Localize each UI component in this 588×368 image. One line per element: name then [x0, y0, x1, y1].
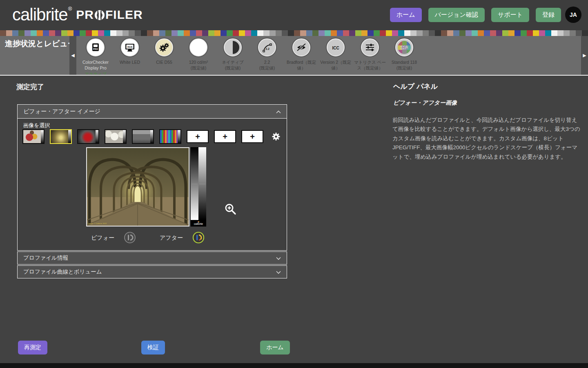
bottom-bar	[0, 363, 588, 368]
color-patch	[325, 30, 331, 36]
profile-info-section[interactable]: プロファイル情報	[17, 251, 287, 265]
calibrite-profiler-logo: calibrite ® PR FILER	[12, 5, 143, 25]
colorchecker-strip	[0, 30, 588, 36]
color-patch	[416, 30, 423, 36]
progress-step-2[interactable]: RGBWhite LED	[113, 38, 147, 75]
thumb-archway[interactable]	[50, 129, 72, 144]
rgb-monitor-icon: RGB	[121, 38, 139, 56]
color-patch	[410, 30, 416, 36]
add-custom-image-button[interactable]: +	[214, 130, 236, 143]
color-patch	[18, 30, 24, 36]
color-patch	[61, 30, 67, 36]
progress-step-5[interactable]: ネイティブ (既定値)	[216, 38, 250, 75]
gamma-curve-icon: 2.2	[258, 38, 276, 56]
add-custom-image-button[interactable]: +	[241, 130, 263, 143]
white-circle-icon	[189, 38, 207, 56]
color-patch	[570, 30, 576, 36]
color-patch	[423, 30, 429, 36]
step-label: ColorChecker Display Pro	[78, 59, 113, 71]
color-patch	[196, 30, 202, 36]
chevron-up-icon	[276, 108, 281, 115]
before-after-panel-header[interactable]: ビフォー・アフター イメージ	[18, 105, 287, 119]
color-patch	[43, 30, 49, 36]
color-patch	[153, 30, 159, 36]
settings-gear-icon[interactable]	[271, 132, 281, 141]
calibrite-o-icon	[94, 9, 105, 20]
validate-button[interactable]: 検証	[141, 341, 165, 355]
color-patch	[233, 30, 239, 36]
step-label: Version 2（既定値）	[318, 59, 353, 71]
color-patch	[24, 30, 31, 36]
color-patch	[110, 30, 116, 36]
thumb-bw-landscape[interactable]	[132, 129, 154, 144]
home-nav-button[interactable]: ホーム	[390, 8, 422, 22]
color-patch	[116, 30, 122, 36]
color-patch	[478, 30, 484, 36]
thumb-red-flower[interactable]	[77, 129, 99, 144]
color-patch	[312, 30, 318, 36]
chevron-down-icon	[276, 254, 281, 262]
color-patch	[441, 30, 447, 36]
progress-step-3[interactable]: CIE D55	[147, 38, 181, 75]
progress-step-9[interactable]: マトリクス ベース（既定値）	[353, 38, 387, 75]
zoom-in-icon[interactable]	[224, 203, 236, 217]
progress-step-10[interactable]: 118Standard 118 (既定値)	[387, 38, 421, 75]
color-patch	[306, 30, 312, 36]
thumb-eggs[interactable]	[105, 129, 127, 144]
profile-curves-section[interactable]: プロファイル曲線とボリューム	[17, 265, 287, 278]
color-patch	[398, 30, 404, 36]
svg-text:118: 118	[401, 45, 408, 50]
before-toggle[interactable]	[124, 231, 136, 244]
scroll-right-arrow[interactable]: ▶	[581, 36, 588, 75]
color-patch	[466, 30, 472, 36]
scroll-left-arrow[interactable]: ◀	[69, 36, 76, 75]
thumb-portrait-people[interactable]	[22, 129, 45, 144]
half-moon-icon	[224, 38, 242, 56]
color-patch	[582, 30, 588, 36]
watermark-text: calibrite	[194, 223, 203, 226]
color-patch	[55, 30, 61, 36]
user-avatar[interactable]: JA	[565, 7, 581, 23]
divider-line	[0, 75, 588, 76]
color-patch	[392, 30, 398, 36]
eye-slash-icon	[292, 38, 310, 56]
add-custom-image-button[interactable]: +	[187, 130, 209, 143]
color-patch	[172, 30, 178, 36]
color-patch	[484, 30, 490, 36]
logo-calibrite-text: calibrite	[12, 5, 68, 25]
color-patch	[508, 30, 514, 36]
progress-step-4[interactable]: 120 cd/m² (既定値)	[181, 38, 216, 75]
color-patch	[220, 30, 227, 36]
remeasure-button[interactable]: 再測定	[18, 341, 47, 355]
after-toggle[interactable]	[192, 231, 205, 244]
color-patch	[80, 30, 86, 36]
thumb-color-stripes[interactable]	[159, 129, 181, 144]
color-patch	[349, 30, 355, 36]
grayscale-bars: calibrite	[191, 147, 206, 227]
color-patch	[331, 30, 337, 36]
color-patch	[533, 30, 539, 36]
progress-step-6[interactable]: 2.22.2 (既定値)	[250, 38, 284, 75]
version-check-button[interactable]: バージョン確認	[428, 8, 485, 22]
chevron-down-icon	[276, 268, 281, 276]
home-button[interactable]: ホーム	[260, 341, 290, 355]
preview-image: Image © Calibrite 2022	[86, 147, 189, 227]
sliders-icon	[361, 38, 379, 56]
color-patch	[435, 30, 441, 36]
color-patch	[318, 30, 325, 36]
progress-step-7[interactable]: Bradford（既定値）	[284, 38, 318, 75]
svg-text:ICC: ICC	[332, 46, 339, 50]
color-patch	[31, 30, 37, 36]
color-patch	[208, 30, 214, 36]
header-nav: ホーム バージョン確認 サポート 登録	[390, 8, 561, 22]
logo-profiler-left: PR	[76, 8, 94, 22]
color-patch	[429, 30, 435, 36]
color-patch	[49, 30, 55, 36]
color-patch	[276, 30, 282, 36]
color-patch	[386, 30, 392, 36]
support-button[interactable]: サポート	[491, 8, 529, 22]
progress-step-8[interactable]: ICCVersion 2（既定値）	[318, 38, 353, 75]
registered-mark: ®	[68, 6, 72, 12]
register-button[interactable]: 登録	[536, 8, 561, 22]
progress-step-1[interactable]: PROColorChecker Display Proアクティブ	[78, 38, 113, 75]
